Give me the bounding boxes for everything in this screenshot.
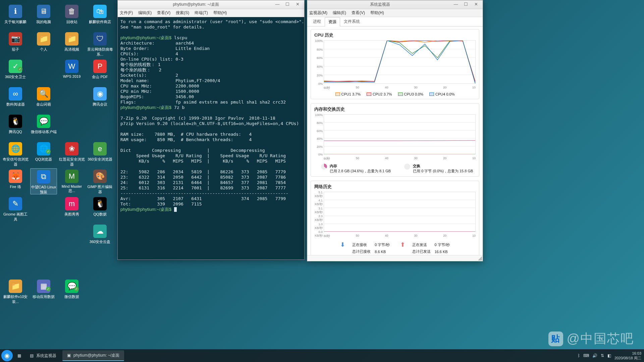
clock[interactable]: 16:032020/08/18 周二 [614,351,641,360]
desktop-icon[interactable]: ✎Gnome 画图工具 [2,196,29,222]
desktop-icon[interactable]: 🛍麒麟软件商店 [87,3,113,29]
terminal-title: phytium@phytium: ~/桌面 [120,2,272,7]
legend-item[interactable]: CPU3 0.0% [398,92,423,96]
system-monitor-window: 系统监视器 — ☐ ✕ 监视器(M)编辑(E)查看(V)帮助(H) 进程资源文件… [307,0,483,261]
network-icon[interactable]: ⇅ [601,353,604,358]
desktop-icon[interactable]: 🌐奇安信可信浏览器 [2,141,29,167]
desktop-icon[interactable]: MMind Master思... [58,168,85,194]
desktop-icon[interactable]: 🖥我的电脑 [30,3,57,29]
menu-item[interactable]: 编辑(E) [333,10,346,16]
upload-icon: ⬆ [400,241,408,248]
menu-item[interactable]: 文件(F) [120,10,133,16]
keyboard-icon[interactable]: ⌨ [583,353,589,358]
menu-item[interactable]: 终端(T) [195,10,208,16]
memory-chart: 100%80%60%40%20%0% [324,114,476,155]
menu-item[interactable]: 监视器(M) [309,10,327,16]
network-chart: 5.1 KB/秒4.1 KB/秒3.1 KB/秒2.0 KB/秒1.0 KB/秒… [324,192,476,232]
terminal-window: phytium@phytium: ~/桌面 — ☐ ✕ 文件(F)编辑(E)查看… [117,0,305,260]
menu-item[interactable]: 编辑(E) [138,10,152,16]
maximize-button[interactable]: ☐ [283,2,292,8]
sysmon-menubar: 监视器(M)编辑(E)查看(V)帮助(H) [307,9,483,17]
sysmon-title: 系统监视器 [309,2,450,7]
desktop-icon[interactable]: 💬微信移动客户端 [30,113,57,139]
menu-item[interactable]: 搜索(S) [176,10,189,16]
watermark: 贴 @中国芯吧 [548,330,634,347]
desktop-icon[interactable]: ❀红莲花安全浏览器 [58,141,85,167]
menu-item[interactable]: 查看(V) [157,10,170,16]
desktop-icon[interactable]: 🗑回收站 [58,3,85,29]
desktop-icon[interactable]: 📷茄子 [2,31,29,57]
desktop-icon[interactable]: m美图秀秀 [58,196,85,222]
cpu-legend: CPU1 3.7%CPU2 3.7%CPU3 0.0%CPU4 0.0% [314,92,476,96]
minimize-button[interactable]: — [451,2,461,8]
cpu-history-section: CPU 历史 100%80%60%40%20%0% 60秒5040302010 … [311,29,479,99]
network-history-title: 网络历史 [314,184,476,190]
tab-文件系统[interactable]: 文件系统 [340,17,364,26]
legend-item[interactable]: CPU1 3.7% [335,92,361,96]
terminal-output[interactable]: To run a command as administrator (user … [118,17,304,259]
close-button[interactable]: ✕ [471,2,481,8]
desktop-icon[interactable]: 🌐QQ浏览器✓ [30,141,57,167]
desktop-icon[interactable]: 🎨GIMP 图片编辑器 [87,168,113,194]
sysmon-titlebar[interactable]: 系统监视器 — ☐ ✕ [307,0,483,9]
desktop-icon[interactable]: ▦移动应用数据✓ [30,278,57,304]
network-history-section: 网络历史 5.1 KB/秒4.1 KB/秒3.1 KB/秒2.0 KB/秒1.0… [311,181,479,257]
terminal-titlebar[interactable]: phytium@phytium: ~/桌面 — ☐ ✕ [118,0,304,9]
start-button[interactable]: ◉ [1,350,13,361]
memory-pie-icon [321,164,327,170]
cpu-chart: 100%80%60%40%20%0% [324,40,476,84]
desktop-icon[interactable]: ✓360安全卫士✓ [2,58,29,84]
desktop-icon[interactable]: 💬微信数据✓ [58,278,85,304]
swap-usage: 交换已用 0 字节 (0.0%)，总量为 15.8 GB [404,164,473,174]
desktop-icon[interactable]: ⧉中望CAD Linux预装 [30,168,57,194]
close-button[interactable]: ✕ [293,2,302,8]
desktop-icon[interactable]: 🐧QQ数据 [87,196,113,222]
network-sending: ⬆ 正在发送0 字节/秒 总计已发送16.6 KB [400,241,450,254]
sysmon-statusbar [307,255,483,261]
volume-icon[interactable]: 🔊 [592,353,597,358]
tab-进程[interactable]: 进程 [309,17,325,26]
desktop-icon[interactable]: 📁麒麟软件v10安装... [2,278,29,304]
download-icon: ⬇ [340,241,348,248]
bluetooth-icon[interactable]: ᛒ [578,353,580,358]
desktop-icon[interactable]: WWPS 2019 [58,58,85,84]
swap-pie-icon [404,164,410,170]
desktop-icon[interactable]: ◉腾讯会议 [87,86,113,112]
desktop-icon[interactable]: 📁个人 [30,31,57,57]
desktop-icon[interactable]: 🦊Fire 络 [2,168,29,194]
desktop-icon[interactable]: ☁360安全云盘 [87,223,113,249]
desktop-icon[interactable]: 🔍金山词霸 [30,86,57,112]
desktop-icon[interactable]: e360安全浏览器 [87,141,113,167]
desktop-icon[interactable]: 🐧腾讯QQ [2,113,29,139]
network-receiving: ⬇ 正在接收0 字节/秒 总计已接收8.6 KB [340,241,390,254]
desktop-icon[interactable]: ℹ关于银河麒麟 [2,3,29,29]
system-tray: ᛒ ⌨ 🔊 ⇅ ◧ 16:032020/08/18 周二 [578,351,644,360]
menu-item[interactable]: 帮助(H) [213,10,227,16]
memory-history-section: 内存和交换历史 100%80%60%40%20%0% 60秒5040302010… [311,103,479,177]
menu-item[interactable]: 查看(V) [352,10,365,16]
memory-history-title: 内存和交换历史 [314,106,476,112]
legend-item[interactable]: CPU4 0.0% [429,92,454,96]
taskbar-item[interactable]: ▣phytium@phytium: ~/桌面 [62,350,124,361]
tab-资源[interactable]: 资源 [325,17,340,26]
menu-item[interactable]: 帮助(H) [370,10,384,16]
legend-item[interactable]: CPU2 3.7% [367,92,392,96]
resources-panel: CPU 历史 100%80%60%40%20%0% 60秒5040302010 … [307,26,483,261]
desktop-icon[interactable]: P金山 PDF [87,58,113,84]
notification-icon[interactable]: ◧ [607,353,611,358]
minimize-button[interactable]: — [273,2,282,8]
terminal-menubar: 文件(F)编辑(E)查看(V)搜索(S)终端(T)帮助(H) [118,9,304,17]
tieba-icon: 贴 [548,331,563,346]
desktop-icon[interactable]: 📁高清视频 [58,31,85,57]
maximize-button[interactable]: ☐ [461,2,471,8]
memory-usage: 内存已用 2.8 GB (34.6%)，总量为 8.1 GB [321,164,391,174]
taskbar-item[interactable]: ▤系统监视器 [25,350,61,361]
desktop-icon[interactable]: 🛡景云网络防病毒系... [87,31,113,57]
sysmon-tabs: 进程资源文件系统 [307,17,483,26]
taskbar-shortcut[interactable]: ▦ [15,350,24,361]
cpu-history-title: CPU 历史 [314,32,476,38]
taskbar: ◉ ▦ ▤系统监视器▣phytium@phytium: ~/桌面 ᛒ ⌨ 🔊 ⇅… [0,349,644,362]
desktop-icon[interactable]: ∞数科阅读器 [2,86,29,112]
